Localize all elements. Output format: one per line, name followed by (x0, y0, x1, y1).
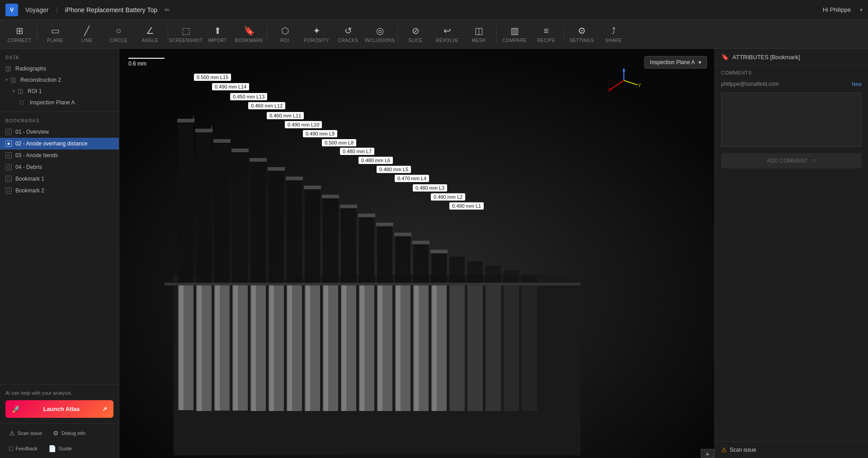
tool-compare[interactable]: ▥ COMPARE (499, 21, 530, 48)
tree-radiographs[interactable]: ◫ Radiographs (0, 63, 119, 74)
tool-plane[interactable]: ▭ PLANE (39, 21, 71, 48)
angle-icon: ∠ (146, 25, 154, 36)
feedback-button[interactable]: □ Feedback (5, 443, 41, 454)
toolbar-separator-5 (496, 26, 497, 42)
plane-icon: ▭ (51, 25, 60, 36)
measurement-L6[interactable]: 0.480 mm L6 (359, 157, 393, 164)
collapse-panel-button[interactable]: ▲ (701, 449, 714, 458)
bookmark-1[interactable]: □ Bookmark 1 (0, 173, 119, 185)
radiographs-icon: ◫ (5, 65, 13, 72)
svg-marker-80 (623, 68, 625, 71)
comment-author-row: philippe@lumafield.com New (715, 78, 868, 90)
tool-screenshot[interactable]: ⬚ SCREENSHOT (170, 21, 202, 48)
panel-title: ATTRIBUTES [Bookmark] (732, 54, 800, 61)
measurement-L4[interactable]: 0.470 mm L4 (395, 175, 429, 182)
tool-mesh-label: MESH (472, 38, 486, 43)
svg-rect-59 (195, 129, 212, 132)
tool-revolve[interactable]: ↩ REVOLVE (431, 21, 463, 48)
tool-settings-label: SETTINGS (570, 38, 594, 43)
document-title[interactable]: iPhone Replacement Battery Top (65, 6, 157, 14)
tool-cracks[interactable]: ↺ CRACKS (332, 21, 364, 48)
measurement-L1[interactable]: 0.490 mm L1 (449, 202, 484, 210)
inspection-plane-a-label: Inspection Plane A (30, 99, 75, 106)
tree-roi1[interactable]: ▾ ◫ ROI 1 (0, 85, 119, 97)
viewport[interactable]: 0.6 mm 0.500 mm L15 0.490 mm L14 0.450 m… (119, 49, 714, 458)
svg-rect-61 (231, 149, 249, 152)
bookmark-04[interactable]: □ 04 - Debris (0, 161, 119, 173)
cracks-icon: ↺ (344, 25, 352, 36)
screenshot-icon: ⬚ (182, 25, 190, 36)
measurement-L3[interactable]: 0.480 mm L3 (413, 184, 447, 192)
svg-rect-46 (432, 285, 437, 411)
svg-rect-57 (165, 283, 580, 285)
inspection-plane-selector[interactable]: Inspection Plane A ▾ (644, 56, 707, 69)
tool-mesh[interactable]: ◫ MESH (463, 21, 495, 48)
measurement-L7[interactable]: 0.480 mm L7 (340, 148, 374, 155)
tool-share-label: SHARE (605, 38, 622, 43)
debug-info-button[interactable]: ⚙ Debug info (49, 427, 89, 439)
tree-reconstruction2[interactable]: ▾ ◫ Reconstruction 2 (0, 74, 119, 85)
tool-correct[interactable]: ⊞ CORRECT (4, 21, 35, 48)
bookmark-2[interactable]: □ Bookmark 2 (0, 185, 119, 196)
user-chevron-icon[interactable]: ▾ (860, 7, 863, 13)
svg-text:X: X (608, 87, 612, 93)
tool-roi[interactable]: ⬡ ROI (269, 21, 301, 48)
launch-atlas-button[interactable]: 🚀 Launch Atlas ↗ (5, 400, 113, 418)
comment-text-area[interactable] (721, 93, 862, 147)
measurement-L8[interactable]: 0.500 mm L8 (322, 139, 356, 146)
correct-icon: ⊞ (16, 25, 24, 36)
svg-rect-10 (215, 284, 220, 411)
comment-new-button[interactable]: New (852, 81, 862, 87)
tool-bookmark[interactable]: 🔖 BOOKMARK (233, 21, 265, 48)
tool-recipe-label: RECIPE (537, 38, 555, 43)
svg-rect-43 (414, 285, 419, 411)
tool-circle[interactable]: ○ CIRCLE (103, 21, 134, 48)
revolve-icon: ↩ (443, 25, 451, 36)
svg-rect-51 (486, 266, 501, 285)
tool-recipe[interactable]: ≡ RECIPE (530, 21, 562, 48)
bookmark-01-label: 01 - Overview (15, 129, 49, 135)
svg-rect-67 (340, 205, 357, 208)
measurement-L15[interactable]: 0.500 mm L15 (194, 74, 231, 81)
svg-rect-50 (467, 285, 483, 411)
inspection-plane-label: Inspection Plane A (650, 59, 695, 65)
svg-rect-34 (360, 285, 364, 411)
roi-icon-tree: ◫ (18, 88, 25, 94)
tool-angle[interactable]: ∠ ANGLE (134, 21, 166, 48)
measurement-L14[interactable]: 0.490 mm L14 (212, 83, 249, 90)
measurement-L11[interactable]: 0.460 mm L11 (267, 112, 304, 119)
tool-line[interactable]: ╱ LINE (71, 21, 103, 48)
tool-porosity[interactable]: ✦ POROSITY (301, 21, 332, 48)
svg-rect-37 (378, 285, 382, 411)
svg-rect-44 (431, 252, 447, 285)
tool-slice[interactable]: ⊘ SLICE (400, 21, 431, 48)
app-name: Voyager (25, 6, 48, 14)
add-comment-button[interactable]: ADD COMMENT ↗ (721, 153, 862, 168)
guide-button[interactable]: 📄 Guide (45, 443, 75, 454)
measurement-L5[interactable]: 0.480 mm L5 (377, 166, 411, 173)
measurement-L12[interactable]: 0.460 mm L12 (248, 102, 285, 109)
add-comment-label: ADD COMMENT (767, 158, 808, 164)
svg-rect-2 (178, 121, 193, 284)
scan-issue-button[interactable]: ⚠ Scan issue (5, 427, 46, 439)
guide-label: Guide (59, 446, 72, 451)
svg-rect-29 (341, 207, 356, 285)
measurement-L2[interactable]: 0.480 mm L2 (431, 193, 465, 201)
svg-rect-11 (232, 151, 248, 284)
tree-inspection-plane-a[interactable]: □ Inspection Plane A (0, 97, 119, 108)
measurement-L10[interactable]: 0.490 mm L10 (285, 121, 322, 128)
bookmark-02[interactable]: ■ 02 - Anode overhang distance (0, 138, 119, 150)
tool-settings[interactable]: ⚙ SETTINGS (566, 21, 598, 48)
bookmark-01[interactable]: □ 01 - Overview (0, 126, 119, 138)
toolbar-separator-6 (564, 26, 564, 42)
tool-inclusions[interactable]: ◎ INCLUSIONS (364, 21, 396, 48)
measurement-L9[interactable]: 0.490 mm L9 (303, 130, 337, 137)
edit-icon[interactable]: ✏ (165, 6, 170, 14)
svg-rect-56 (522, 285, 537, 411)
tool-import[interactable]: ⬆ IMPORT (202, 21, 233, 48)
ai-section: AI can help with your analysis. 🚀 Launch… (0, 384, 119, 423)
measurement-L13[interactable]: 0.450 mm L13 (230, 93, 267, 100)
roi-icon: ⬡ (281, 25, 289, 36)
bookmark-03[interactable]: □ 03 - Anode bends (0, 150, 119, 161)
tool-share[interactable]: ⤴ SHARE (598, 21, 629, 48)
